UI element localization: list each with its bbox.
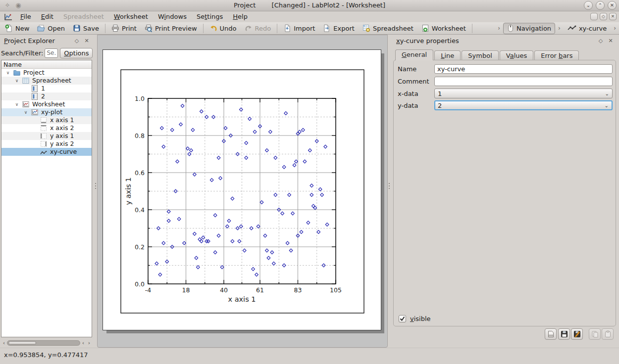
load-template-button[interactable] [545, 328, 557, 340]
svg-text:0.0: 0.0 [135, 280, 145, 288]
open-button[interactable]: Open [33, 23, 69, 34]
x-data-select[interactable]: 1 ⌄ [434, 89, 613, 98]
y-data-select[interactable]: 2 ⌄ [434, 100, 613, 110]
save-button[interactable]: Save [69, 23, 103, 34]
svg-text:x axis 1: x axis 1 [228, 295, 256, 303]
minimize-button[interactable]: ⌄ [584, 1, 593, 10]
save-floppy-icon [73, 24, 81, 32]
tree-item-y-axis-2[interactable]: y axis 2 [1, 140, 92, 148]
tree-item-xy-plot[interactable]: ∨ xy-plot [1, 108, 92, 116]
scroll-left-icon[interactable]: ‹ [80, 340, 86, 346]
menu-worksheet[interactable]: Worksheet [109, 11, 153, 22]
tree-item-project[interactable]: ∨ Project [1, 69, 92, 77]
xy-plot-icon [31, 109, 38, 116]
general-tab-page: Name Comment x-data 1 ⌄ y-data 2 ⌄ visi [393, 60, 616, 326]
print-preview-button[interactable]: Print Preview [141, 23, 201, 34]
xy-curve-toolbar-button[interactable]: xy-curve [564, 23, 611, 34]
tree-item-y-axis-1[interactable]: y axis 1 [1, 132, 92, 140]
tree-item-spreadsheet[interactable]: ∨ Spreadsheet [1, 77, 92, 85]
scroll-left-icon[interactable]: ‹ [1, 340, 7, 346]
import-icon [283, 24, 291, 32]
toolbar-overflow-chevron[interactable]: › [555, 25, 564, 32]
mdi-restore-button[interactable] [590, 13, 598, 20]
name-field[interactable] [434, 64, 613, 74]
import-button[interactable]: Import [279, 23, 319, 34]
menu-windows[interactable]: Windows [153, 11, 192, 22]
comment-field[interactable] [434, 77, 613, 86]
tab-symbol[interactable]: Symbol [462, 50, 498, 60]
options-button[interactable]: Options [60, 48, 93, 58]
mdi-close-button[interactable]: ✕ [609, 13, 617, 20]
tab-line[interactable]: Line [434, 50, 461, 60]
export-button[interactable]: Export [319, 23, 359, 34]
expander-icon[interactable]: ∨ [14, 100, 19, 108]
copy-button[interactable] [589, 328, 601, 340]
menu-bar: File Edit Spreadsheet Worksheet Windows … [0, 11, 619, 22]
new-button[interactable]: New [1, 23, 33, 34]
axis-icon [40, 140, 47, 147]
visible-checkbox[interactable] [399, 315, 406, 322]
maximize-button[interactable]: ⌃ [596, 1, 605, 10]
mdi-shade-button[interactable]: ◇ [600, 13, 607, 20]
xy-curve-icon [40, 149, 47, 156]
menu-spreadsheet: Spreadsheet [58, 11, 109, 22]
scrollbar-thumb[interactable] [8, 341, 36, 345]
close-button[interactable]: ✕ [608, 1, 617, 10]
search-filter-label: Search/Filter: [1, 49, 43, 57]
splitter-right[interactable] [388, 35, 391, 348]
properties-tabbar: General Line Symbol Values Error bars [395, 49, 580, 60]
axis-icon [40, 117, 47, 124]
save-template-button[interactable] [558, 328, 570, 340]
copy-icon [591, 330, 599, 338]
expander-icon[interactable]: ∨ [23, 108, 28, 116]
tree-item-column-1[interactable]: 1 [1, 85, 92, 92]
expander-icon[interactable]: ∨ [5, 69, 10, 77]
spreadsheet-icon [22, 77, 29, 84]
chevron-down-icon: ⌄ [605, 91, 609, 96]
new-document-icon [5, 24, 13, 32]
menu-settings[interactable]: Settings [192, 11, 228, 22]
search-input[interactable] [45, 48, 58, 58]
new-spreadsheet-button[interactable]: Spreadsheet [359, 23, 417, 34]
scrollbar-track[interactable] [7, 340, 80, 346]
dock-close-icon[interactable]: ✕ [83, 38, 90, 45]
horizontal-scrollbar[interactable]: ‹ ‹ › [1, 339, 92, 346]
tab-general[interactable]: General [395, 49, 433, 60]
worksheet-view[interactable]: -4184061831050.00.20.40.60.81.0x axis 1y… [97, 35, 388, 348]
tree-column-header[interactable]: Name [1, 60, 92, 69]
floppy-edit-icon [573, 330, 581, 338]
toolbar-overflow-chevron[interactable]: › [611, 25, 619, 32]
tree-item-worksheet[interactable]: ∨ Worksheet [1, 100, 92, 108]
tab-error-bars[interactable]: Error bars [534, 50, 579, 60]
tree-item-x-axis-2[interactable]: x axis 2 [1, 124, 92, 132]
visible-label[interactable]: visible [410, 315, 431, 322]
menu-edit[interactable]: Edit [36, 11, 58, 22]
tree-item-xy-curve[interactable]: xy-curve [1, 148, 92, 156]
navigation-button[interactable]: Navigation [503, 23, 555, 34]
tree-item-column-2[interactable]: 2 [1, 92, 92, 100]
worksheet-page[interactable]: -4184061831050.00.20.40.60.81.0x axis 1y… [103, 49, 381, 330]
svg-text:83: 83 [294, 286, 302, 294]
export-icon [323, 24, 331, 32]
paste-button[interactable] [602, 328, 614, 340]
xy-plot-chart[interactable]: -4184061831050.00.20.40.60.81.0x axis 1y… [103, 50, 381, 330]
new-worksheet-button[interactable]: Worksheet [417, 23, 470, 34]
save-as-template-button[interactable] [571, 328, 583, 340]
tree-item-x-axis-1[interactable]: x axis 1 [1, 116, 92, 124]
scroll-right-icon[interactable]: › [86, 340, 92, 346]
dock-close-icon[interactable]: ✕ [607, 38, 614, 45]
dock-float-icon[interactable]: ◇ [73, 38, 80, 45]
toolbar-overflow-chevron[interactable]: › [495, 25, 503, 32]
dock-float-icon[interactable]: ◇ [597, 38, 604, 45]
redo-icon [245, 24, 253, 32]
labplot-app-icon [4, 13, 12, 21]
tab-values[interactable]: Values [500, 50, 533, 60]
window-title-text: [Changed] - LabPlot2 - [Worksheet] [272, 1, 385, 9]
menu-file[interactable]: File [15, 11, 36, 22]
svg-text:1.0: 1.0 [135, 95, 145, 102]
menu-help[interactable]: Help [228, 11, 253, 22]
worksheet-icon [421, 24, 429, 32]
print-button[interactable]: Print [107, 23, 141, 34]
expander-icon[interactable]: ∨ [14, 77, 19, 85]
undo-button[interactable]: Undo [206, 23, 241, 34]
